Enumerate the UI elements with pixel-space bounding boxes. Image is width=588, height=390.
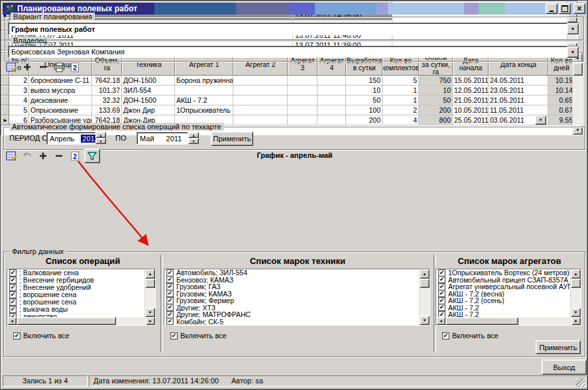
scroll-down-icon[interactable]	[145, 308, 155, 317]
filter-list-item[interactable]: АКШ - 7,2 (осень)	[436, 297, 570, 304]
grid-cell-num[interactable]: 2	[9, 76, 29, 86]
checkbox-checked-icon[interactable]	[438, 269, 445, 277]
spin-up-icon[interactable]	[188, 132, 199, 138]
grid-cell-kits[interactable]: 4	[382, 115, 419, 125]
checkbox-checked-icon[interactable]	[438, 304, 445, 312]
filter-list-item[interactable]: ; Внесение удобрений	[7, 284, 145, 291]
grid-cell-kits[interactable]: 1	[382, 86, 419, 96]
checkbox-checked-icon[interactable]	[442, 332, 449, 340]
filter-list-item[interactable]: Агрегат универсальный посевной АУП-18.05…	[436, 283, 570, 291]
grid-cell-start[interactable]: 10.05.2011	[453, 105, 489, 115]
spin-down-icon[interactable]	[95, 138, 106, 144]
spin-up-icon[interactable]	[95, 132, 106, 138]
checkbox-checked-icon[interactable]	[166, 291, 174, 298]
filter-list-item[interactable]: ; ворошение сена	[7, 298, 145, 306]
scroll-thumb[interactable]	[420, 279, 430, 288]
grid-cell-agg2[interactable]	[233, 105, 288, 115]
grid-vscrollbar[interactable]	[572, 53, 583, 135]
filter-list-item[interactable]: ; выкачка воды	[7, 306, 145, 313]
minimize-button[interactable]	[546, 3, 558, 14]
scroll-left-icon[interactable]	[436, 317, 445, 325]
edit-grid-button[interactable]	[5, 61, 18, 73]
filter-list-item[interactable]: ; Внесение гербицидов	[7, 277, 145, 284]
grid-cell-days[interactable]: 0.65	[548, 96, 572, 105]
grid-row[interactable]: 5Опрыскивание133.69Джон Дир1Опрыскивател…	[1, 105, 572, 115]
filter-list-item[interactable]: ; Валкование сена	[7, 269, 145, 277]
filter-list-item[interactable]: АКШ - 7,2	[436, 304, 570, 312]
close-button[interactable]: ×	[573, 3, 585, 14]
grid-cell-agg3[interactable]	[288, 105, 318, 115]
implements-include-all[interactable]: Включить все	[440, 332, 499, 340]
grid-cell-start[interactable]: 21.05.2011	[453, 96, 489, 105]
grid-cell-per_day[interactable]: 100	[346, 105, 382, 115]
grid-cell-num[interactable]: 4	[9, 96, 29, 105]
grid-cell-op[interactable]: вывоз мусора	[29, 86, 92, 96]
grid-cell-op[interactable]: Опрыскивание	[29, 105, 92, 115]
grid-cell-agg2[interactable]	[233, 86, 288, 96]
checkbox-checked-icon[interactable]	[9, 298, 17, 306]
checkbox-checked-icon[interactable]	[166, 297, 174, 304]
checkbox-checked-icon[interactable]	[438, 297, 445, 304]
filter-apply-button[interactable]: Применить	[536, 340, 581, 354]
checkbox-checked-icon[interactable]	[438, 277, 445, 284]
scroll-thumb[interactable]	[445, 317, 518, 325]
scroll-right-icon[interactable]	[571, 317, 581, 325]
grid-cell-end[interactable]: 11.05.2011	[489, 105, 548, 115]
grid-cell-vol[interactable]: 32.32	[92, 96, 122, 105]
checkbox-checked-icon[interactable]	[438, 283, 445, 291]
grid-cell-per_day[interactable]: 200	[346, 115, 382, 125]
checkbox-checked-icon[interactable]	[9, 284, 17, 291]
grid-cell-start[interactable]: 12.05.2011	[453, 86, 489, 96]
grid-cell-per_day[interactable]: 50	[346, 96, 382, 105]
checkbox-checked-icon[interactable]	[438, 291, 445, 298]
print-button[interactable]	[52, 61, 66, 73]
grid-cell-per_day[interactable]: 10	[346, 86, 382, 96]
grid-cell-agg4[interactable]	[318, 115, 346, 125]
grid-cell-kits[interactable]: 5	[382, 76, 419, 86]
implements-hscrollbar[interactable]	[436, 317, 581, 325]
grid-cell-agg1[interactable]	[175, 86, 233, 96]
grid-cell-kits[interactable]: 2	[382, 105, 419, 115]
scroll-thumb[interactable]	[145, 279, 155, 288]
filter-list-item[interactable]: 1Опрыскиватель Вортекс (24 метров)+30% (…	[436, 269, 570, 277]
period-to-month[interactable]: Май	[140, 135, 154, 143]
grid-cell-agg2[interactable]	[233, 76, 288, 86]
grid-cell-agg3[interactable]	[288, 86, 318, 96]
grid-cell-agg4[interactable]	[318, 96, 346, 105]
period-apply-button[interactable]: Применить	[211, 131, 253, 146]
scroll-thumb[interactable]	[573, 62, 583, 76]
checkbox-checked-icon[interactable]	[9, 269, 17, 277]
grid-cell-agg3[interactable]	[288, 115, 318, 125]
checkbox-checked-icon[interactable]	[166, 283, 174, 291]
grid-cell-day_vol[interactable]: 50	[419, 96, 453, 105]
grid-cell-vol[interactable]: 7642.18	[92, 76, 122, 86]
grid-cell-agg3[interactable]	[288, 96, 318, 105]
grid-cell-agg2[interactable]	[233, 115, 288, 125]
grid-cell-agg1[interactable]: Борона пружинная	[175, 76, 233, 86]
grid-cell-agg4[interactable]	[318, 76, 346, 86]
filter-list-item[interactable]: Комбайн; СК-5	[164, 318, 419, 326]
owner-dropdown-icon[interactable]	[567, 46, 579, 58]
add-record-button[interactable]	[21, 61, 34, 73]
scroll-down-icon[interactable]	[420, 316, 430, 325]
period-from-field[interactable]: Апрель 2011	[46, 132, 106, 145]
grid-cell-agg2[interactable]	[233, 96, 288, 105]
scroll-right-icon[interactable]	[146, 317, 155, 325]
grid-cell-start[interactable]: 15.05.2011	[453, 76, 489, 86]
scroll-up-icon[interactable]	[420, 269, 430, 279]
grid-row[interactable]: 2боронование С-117642.18ДОН-1500Борона п…	[1, 76, 572, 86]
refresh-button[interactable]: 2	[68, 61, 82, 73]
exit-button[interactable]: Выход	[542, 359, 587, 375]
checkbox-checked-icon[interactable]	[166, 304, 174, 312]
checkbox-checked-icon[interactable]	[166, 277, 174, 284]
grid-cell-op[interactable]: дискование	[29, 96, 92, 105]
scroll-up-icon[interactable]	[571, 269, 581, 279]
grid-cell-kits[interactable]: 1	[382, 96, 419, 105]
grid-cell-agg4[interactable]	[318, 105, 346, 115]
checkbox-checked-icon[interactable]	[166, 311, 174, 318]
checkbox-checked-icon[interactable]	[9, 291, 17, 298]
checkbox-checked-icon[interactable]	[438, 311, 445, 317]
cell-dropdown-icon[interactable]	[535, 115, 546, 125]
grid-cell-agg1[interactable]: АКШ - 7.2	[175, 96, 233, 105]
delete-record-button[interactable]	[36, 61, 50, 73]
